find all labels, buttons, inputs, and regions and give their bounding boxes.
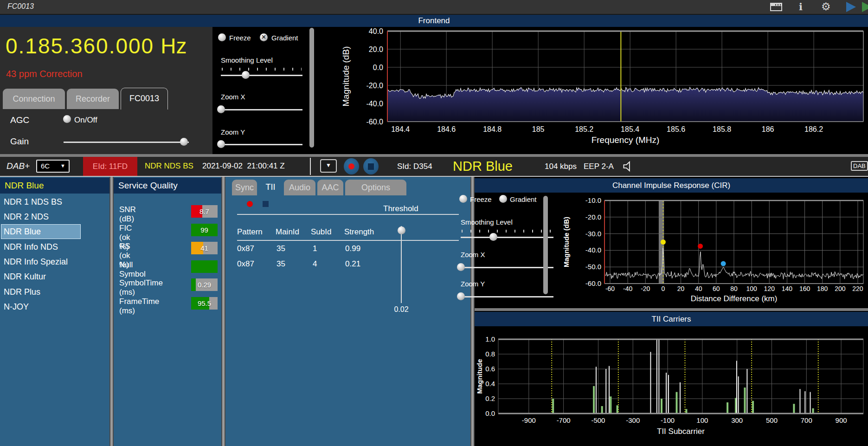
cir-zoom-y-slider[interactable] bbox=[461, 292, 553, 301]
tii-sub-bar bbox=[610, 396, 611, 414]
cir-smoothing-slider[interactable] bbox=[461, 233, 553, 242]
tii-sub-bar bbox=[727, 402, 728, 414]
tab-aac[interactable]: AAC bbox=[317, 180, 343, 195]
vertical-splitter[interactable] bbox=[470, 177, 475, 446]
axis-tick-label: -40 bbox=[623, 285, 632, 292]
slider-track[interactable] bbox=[221, 144, 302, 145]
cell-subid: 1 bbox=[313, 244, 317, 253]
tii-sub-bar bbox=[661, 399, 662, 414]
tab-label: TII bbox=[266, 182, 276, 192]
smoothing-slider[interactable] bbox=[221, 71, 302, 80]
tab-fc0013[interactable]: FC0013 bbox=[121, 88, 168, 110]
slider-knob[interactable] bbox=[457, 292, 465, 300]
service-item[interactable]: NDR Blue bbox=[1, 225, 80, 239]
dab-status-bar: DAB+ 6C ▼ EId: 11FD NDR NDS BS 2021-09-0… bbox=[0, 157, 868, 176]
axis-tick-label: 160 bbox=[799, 285, 810, 292]
tii-main-bar bbox=[736, 361, 737, 414]
tab-recorder[interactable]: Recorder bbox=[67, 89, 119, 109]
service-item[interactable]: NDR Info Spezial bbox=[4, 255, 103, 269]
vertical-splitter[interactable] bbox=[109, 177, 114, 446]
y-axis-label: Magnitude (dB) bbox=[341, 46, 351, 107]
service-item[interactable]: NDR Info NDS bbox=[4, 240, 103, 254]
window-icon-bar bbox=[771, 4, 781, 6]
agc-toggle-label: On/Off bbox=[74, 116, 97, 125]
slider-knob[interactable] bbox=[398, 226, 405, 234]
stop-button[interactable] bbox=[363, 158, 379, 175]
service-quality-panel: Service Quality SNR (dB) 8.7 FIC (ok %) … bbox=[114, 177, 221, 446]
cir-gradient-radio[interactable]: ✕ bbox=[499, 195, 507, 203]
cell-strength: 0.21 bbox=[345, 259, 360, 269]
service-item[interactable]: N-JOY bbox=[4, 300, 103, 314]
play-icon[interactable] bbox=[846, 2, 856, 12]
cir-plot[interactable]: -10.0-20.0-30.0-40.0-50.0-60.0-60-40-200… bbox=[552, 193, 868, 308]
cell-strength: 0.99 bbox=[345, 244, 360, 253]
cir-freeze-radio[interactable]: ✕ bbox=[459, 195, 467, 203]
slider-track[interactable] bbox=[401, 226, 402, 303]
service-item[interactable]: NDR 1 NDS BS bbox=[4, 195, 103, 209]
slider-knob[interactable] bbox=[217, 140, 225, 148]
slider-track[interactable] bbox=[461, 237, 553, 238]
horizontal-splitter[interactable] bbox=[475, 308, 868, 311]
axis-tick-label: -20.0 bbox=[366, 82, 384, 90]
axis-tick-label: -50.0 bbox=[585, 263, 601, 271]
threshold-label: Threshold bbox=[383, 204, 418, 213]
x-axis-label: Frequency (MHz) bbox=[592, 135, 660, 145]
cir-zoom-x-label: Zoom X bbox=[461, 251, 485, 259]
slider-knob[interactable] bbox=[242, 71, 250, 79]
window-icon[interactable] bbox=[770, 3, 782, 11]
slider-knob[interactable] bbox=[217, 105, 225, 113]
slider-track[interactable] bbox=[461, 267, 553, 268]
axis-tick-label: 185.6 bbox=[667, 125, 685, 133]
cir-controls-scrollbar[interactable] bbox=[543, 196, 548, 294]
axis-tick-label: 185.8 bbox=[713, 125, 731, 133]
play-secondary-icon[interactable] bbox=[862, 2, 868, 12]
slider-knob[interactable] bbox=[180, 138, 188, 146]
agc-radio[interactable] bbox=[63, 115, 71, 123]
vertical-splitter[interactable] bbox=[221, 177, 225, 446]
quality-value: 8.7 bbox=[191, 205, 218, 218]
cir-peak-marker bbox=[698, 244, 703, 249]
threshold-slider[interactable] bbox=[398, 226, 405, 303]
tab-connection[interactable]: Connection bbox=[3, 89, 65, 109]
zoom-y-slider[interactable] bbox=[221, 140, 302, 149]
axis-tick-label: -700 bbox=[557, 416, 571, 424]
axis-tick-label: 60 bbox=[713, 285, 720, 292]
channel-select[interactable]: 6C ▼ bbox=[36, 160, 70, 173]
service-item[interactable]: NDR Plus bbox=[4, 285, 103, 299]
dab-badge: DAB bbox=[851, 161, 868, 171]
axis-tick-label: 700 bbox=[801, 416, 812, 424]
slider-knob[interactable] bbox=[489, 233, 497, 241]
tab-label: Options bbox=[361, 183, 390, 192]
recording-options-dropdown[interactable]: ▼ bbox=[320, 159, 337, 173]
frontend-controls-scrollbar[interactable] bbox=[309, 28, 314, 148]
zoom-x-slider[interactable] bbox=[221, 105, 302, 114]
gain-slider[interactable] bbox=[64, 137, 189, 147]
frontend-spectrum-plot[interactable]: 40.020.00.0-20.0-40.0-60.0184.4184.6184.… bbox=[325, 26, 868, 154]
axis-tick-label: 0.8 bbox=[485, 350, 495, 358]
slider-track[interactable] bbox=[221, 75, 302, 76]
cir-zoom-x-slider[interactable] bbox=[461, 263, 553, 272]
info-icon[interactable]: i bbox=[799, 1, 803, 13]
freeze-radio[interactable]: ✕ bbox=[218, 33, 226, 41]
record-button[interactable] bbox=[344, 158, 359, 175]
axis-tick-label: -30.0 bbox=[585, 230, 601, 238]
quality-bar: 41 bbox=[191, 242, 218, 254]
tab-options[interactable]: Options bbox=[345, 180, 406, 195]
tuner-panel: 0.185.360.000Hz 43 ppm Correction Connec… bbox=[0, 27, 212, 154]
gear-icon[interactable]: ⚙ bbox=[821, 0, 831, 13]
service-item[interactable]: NDR 2 NDS bbox=[4, 210, 103, 224]
gradient-radio[interactable]: ✕ bbox=[260, 33, 268, 41]
mode-label: DAB+ bbox=[6, 161, 30, 171]
slider-knob[interactable] bbox=[457, 263, 465, 271]
tii-main-bar bbox=[596, 367, 597, 414]
slider-track[interactable] bbox=[461, 296, 553, 297]
slider-track[interactable] bbox=[221, 109, 302, 110]
tab-audio[interactable]: Audio bbox=[284, 180, 315, 195]
tab-tii[interactable]: TII bbox=[259, 179, 282, 196]
tab-sync[interactable]: Sync bbox=[232, 180, 257, 195]
tii-carriers-plot[interactable]: 1.00.80.60.40.20.0-900-700-500-300-10010… bbox=[475, 326, 868, 446]
slider-track[interactable] bbox=[64, 142, 189, 143]
tii-sub-bar bbox=[752, 401, 754, 414]
service-item[interactable]: NDR Kultur bbox=[4, 270, 103, 284]
speaker-icon[interactable] bbox=[622, 160, 634, 173]
